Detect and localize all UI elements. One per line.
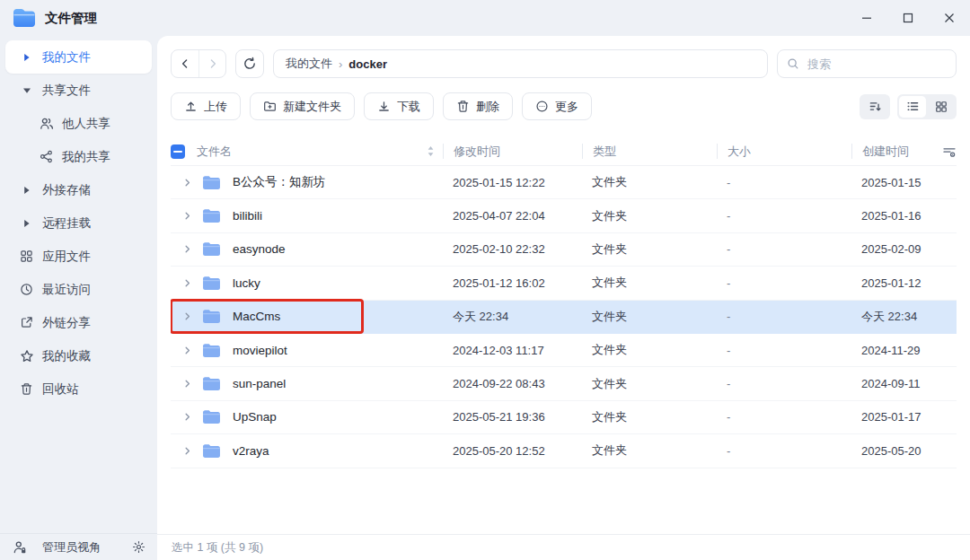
- sidebar-item-favorites[interactable]: 我的收藏: [5, 339, 152, 372]
- sidebar-item-label: 我的收藏: [42, 348, 91, 364]
- toolbar: 上传 新建文件夹 下载 删除 更多: [171, 92, 957, 120]
- file-row[interactable]: sun-panel 2024-09-22 08:43 文件夹 - 2024-09…: [171, 367, 957, 400]
- sidebar-item-recycle-bin[interactable]: 回收站: [5, 372, 152, 406]
- sidebar-item-shared-files[interactable]: 共享文件: [5, 74, 152, 107]
- created-time-cell: 2025-01-12: [851, 276, 935, 290]
- created-time-cell: 2025-01-16: [851, 209, 935, 223]
- download-button[interactable]: 下载: [364, 92, 434, 120]
- modified-time-cell: 2025-02-10 22:32: [443, 242, 582, 256]
- file-row[interactable]: lucky 2025-01-12 16:02 文件夹 - 2025-01-12: [171, 267, 957, 300]
- file-row[interactable]: MacCms 今天 22:34 文件夹 - 今天 22:34: [171, 301, 957, 334]
- grid-icon: [19, 249, 34, 264]
- upload-button[interactable]: 上传: [171, 92, 241, 120]
- file-name: moviepilot: [233, 344, 287, 357]
- main-panel: 我的文件 › docker 上传 新建文件夹: [157, 36, 970, 560]
- expand-chevron-icon[interactable]: [182, 244, 197, 254]
- expand-chevron-icon[interactable]: [182, 211, 197, 221]
- sidebar-item-external-storage[interactable]: 外接存储: [5, 173, 152, 206]
- file-name-cell: MacCms: [171, 309, 443, 324]
- app-title: 文件管理: [45, 10, 97, 27]
- folder-icon: [202, 175, 221, 190]
- created-time-cell: 2025-05-20: [851, 444, 935, 458]
- column-header-modified: 修改时间: [443, 144, 582, 159]
- trash-icon: [19, 381, 34, 397]
- select-all-checkbox[interactable]: [171, 144, 185, 159]
- minimize-button[interactable]: [846, 0, 887, 36]
- column-header-size: 大小: [717, 144, 851, 159]
- close-button[interactable]: [929, 0, 970, 36]
- file-row[interactable]: v2raya 2025-05-20 12:52 文件夹 - 2025-05-20: [171, 434, 957, 468]
- file-name-cell: UpSnap: [171, 409, 443, 424]
- expand-chevron-icon[interactable]: [182, 311, 197, 321]
- expand-chevron-icon[interactable]: [182, 379, 197, 389]
- expand-chevron-icon[interactable]: [182, 412, 197, 422]
- type-cell: 文件夹: [582, 174, 717, 190]
- settings-gear-icon[interactable]: [132, 540, 146, 554]
- sidebar-item-label: 回收站: [42, 381, 79, 398]
- modified-time-cell: 2024-09-22 08:43: [443, 377, 582, 390]
- grid-view-button[interactable]: [928, 96, 955, 118]
- breadcrumb-root[interactable]: 我的文件: [286, 56, 332, 72]
- file-row[interactable]: B公众号：知新坊 2025-01-15 12:22 文件夹 - 2025-01-…: [171, 166, 957, 199]
- sort-arrows-icon[interactable]: [427, 145, 435, 157]
- new-folder-button[interactable]: 新建文件夹: [250, 92, 355, 120]
- file-row[interactable]: easynode 2025-02-10 22:32 文件夹 - 2025-02-…: [171, 233, 957, 267]
- sidebar-item-label: 最近访问: [42, 282, 91, 298]
- more-button[interactable]: 更多: [522, 92, 592, 120]
- modified-time-cell: 2025-05-21 19:36: [443, 410, 582, 424]
- forward-button[interactable]: [198, 50, 225, 77]
- folder-icon: [202, 376, 221, 391]
- size-cell: -: [717, 242, 851, 256]
- sidebar-item-remote-mount[interactable]: 远程挂载: [5, 206, 152, 240]
- search-input[interactable]: [806, 57, 947, 72]
- list-view-button[interactable]: [899, 96, 926, 118]
- sidebar-item-others-share[interactable]: 他人共享: [5, 107, 152, 140]
- tri-down-icon: [19, 83, 34, 98]
- size-cell: -: [717, 344, 851, 357]
- maximize-button[interactable]: [887, 0, 929, 36]
- expand-chevron-icon[interactable]: [182, 346, 197, 355]
- titlebar: 文件管理: [0, 0, 970, 36]
- download-label: 下载: [397, 99, 420, 115]
- breadcrumb-separator: ›: [339, 57, 342, 71]
- sidebar-item-recent[interactable]: 最近访问: [5, 273, 152, 306]
- column-header-type: 类型: [582, 144, 717, 159]
- sidebar-item-my-files[interactable]: 我的文件: [5, 40, 152, 74]
- column-header-name: 文件名: [197, 144, 232, 160]
- file-name-cell: v2raya: [171, 443, 443, 459]
- download-icon: [377, 100, 391, 113]
- folder-icon: [202, 343, 221, 358]
- sidebar-item-label: 应用文件: [42, 249, 91, 265]
- tri-right-icon: [19, 215, 34, 231]
- share-nodes-icon: [39, 149, 54, 164]
- file-row[interactable]: bilibili 2025-04-07 22:04 文件夹 - 2025-01-…: [171, 199, 957, 232]
- back-button[interactable]: [172, 50, 198, 77]
- sort-button[interactable]: [860, 94, 890, 119]
- modified-time-cell: 2025-04-07 22:04: [443, 209, 582, 223]
- file-name: easynode: [233, 242, 286, 256]
- file-row[interactable]: UpSnap 2025-05-21 19:36 文件夹 - 2025-01-17: [171, 401, 957, 434]
- type-cell: 文件夹: [582, 342, 717, 358]
- upload-label: 上传: [204, 99, 227, 115]
- sidebar-item-my-share[interactable]: 我的共享: [5, 140, 152, 173]
- delete-button[interactable]: 删除: [443, 92, 513, 120]
- expand-chevron-icon[interactable]: [182, 446, 197, 456]
- sidebar-item-link-share[interactable]: 外链分享: [5, 306, 152, 339]
- file-row[interactable]: moviepilot 2024-12-03 11:17 文件夹 - 2024-1…: [171, 334, 957, 367]
- sidebar-item-app-files[interactable]: 应用文件: [5, 240, 152, 273]
- file-manager-window: 文件管理 我的文件共享文件他人共享我的共享外接存储远程挂载应用文件最近访问外链分…: [0, 0, 970, 560]
- expand-chevron-icon[interactable]: [182, 178, 197, 188]
- expand-chevron-icon[interactable]: [182, 278, 197, 288]
- modified-time-cell: 2024-12-03 11:17: [443, 344, 582, 357]
- file-name: lucky: [233, 276, 260, 290]
- file-name: MacCms: [233, 310, 280, 323]
- refresh-button[interactable]: [235, 49, 264, 78]
- statusbar: 选中 1 项 (共 9 项): [157, 534, 970, 560]
- column-settings-icon[interactable]: [935, 144, 957, 159]
- search-box[interactable]: [777, 49, 957, 78]
- size-cell: -: [717, 444, 851, 458]
- file-name: sun-panel: [233, 377, 286, 390]
- size-cell: -: [717, 377, 851, 390]
- column-header-created: 创建时间: [851, 144, 935, 159]
- breadcrumb[interactable]: 我的文件 › docker: [273, 49, 768, 78]
